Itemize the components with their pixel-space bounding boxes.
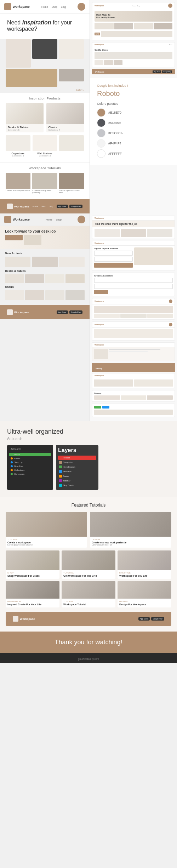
featured-card-2: Design Create markup work perfectly Lore… (90, 512, 171, 548)
organized-title: Ultra-well organized (7, 428, 170, 435)
sale-badge: 50% (95, 33, 100, 35)
google-play-badge[interactable]: Google Play (69, 205, 82, 208)
layer-hero[interactable]: Hero Section (58, 465, 96, 469)
layer-nav[interactable]: Navigation (58, 460, 96, 464)
tut-img-5 (118, 550, 171, 570)
nav-blog[interactable]: Blog (61, 6, 66, 8)
mini-logo-2: Workspace (95, 44, 104, 46)
desk-2 (25, 274, 44, 283)
sp3-content (94, 349, 173, 359)
chair-1 (5, 290, 24, 300)
tut-card-8: Design Design For Workspace (118, 581, 171, 607)
footer-nav-shop[interactable]: Shop (41, 205, 46, 207)
signin-email[interactable] (94, 251, 133, 256)
sp6-badge-2 (102, 406, 109, 409)
footer-bar-3: Workspace App Store Google Play (6, 612, 171, 626)
small-page-3: Workspace (92, 342, 175, 361)
organized-section: Ultra-well organized Artboards Artboards… (0, 421, 177, 497)
mosaic-img-4 (6, 69, 57, 87)
small-page-6 (92, 404, 175, 417)
tut-name-3: Shop Workspace For Glass (7, 575, 58, 577)
sp1-logo: Workspace (95, 300, 104, 302)
ab-footer[interactable]: Footer (9, 457, 51, 460)
footer-logo: Workspace (7, 204, 29, 209)
sp3-line1 (109, 349, 160, 350)
tut-tag-8: Design (119, 600, 170, 603)
featured-img-2 (90, 512, 171, 537)
mini-img-2 (114, 23, 133, 29)
nav-shop[interactable]: Shop (52, 6, 57, 8)
footer-nav-home[interactable]: Home (33, 205, 38, 207)
mini-appstore: App Store (153, 70, 161, 73)
app-store-badge-2[interactable]: App Store (57, 310, 68, 314)
tut-name-4: Get Workspace For The Grid (63, 575, 114, 577)
app-store-badge-3[interactable]: App Store (138, 617, 150, 621)
signin-btn[interactable] (94, 263, 133, 268)
ab-comments-label: Comments (14, 473, 24, 475)
layer-footer-label: Footer (63, 475, 69, 477)
featured-section: Featured Tutorials Tutorial Create a wor… (0, 497, 177, 632)
mockup2-nav-2[interactable]: Shop (56, 218, 62, 221)
thankyou-section: Thank you for watching! (0, 632, 177, 653)
layer-products[interactable]: Products (58, 469, 96, 474)
sale-row: 50% (95, 31, 172, 37)
product-chairs-count: Collection: 4 (48, 129, 82, 131)
new-arrivals-grid (5, 257, 85, 267)
small-page-2: Workspace (92, 321, 175, 341)
signup-btn[interactable] (94, 290, 108, 294)
gallery-link[interactable]: Gallery › (0, 88, 90, 93)
mockup2-nav: Home Shop (46, 218, 62, 221)
layer-header[interactable]: Header (58, 456, 96, 460)
sp3-line2 (109, 351, 148, 352)
ab-home[interactable]: Home (9, 453, 51, 456)
ab-collections[interactable]: Collections (9, 468, 51, 472)
featured-text-2: Design Create markup work perfectly Lore… (90, 537, 171, 548)
footer-bar-2: Workspace App Store Google Play (0, 305, 90, 319)
nav-home[interactable]: Home (41, 6, 48, 8)
footer-nav: Home Shop Blog (33, 205, 53, 207)
sp5-grid (94, 395, 173, 400)
mockup2-cta-btn[interactable] (5, 235, 23, 240)
sp4-body (92, 378, 175, 388)
mockup2-hero: Look forward to your desk job (0, 226, 90, 249)
avatar (78, 3, 85, 11)
ab-blog-label: Blog Post (14, 465, 23, 467)
layer-sidebar[interactable]: Sidebar (58, 479, 96, 483)
mini-nav-1: Home Shop (132, 5, 140, 7)
create-account-title: Create an account (94, 275, 173, 277)
sp1-grid (94, 314, 173, 318)
create-name[interactable] (94, 278, 173, 283)
mini-footer-logo: Workspace (95, 71, 104, 73)
ab-comments[interactable]: Comments (9, 472, 51, 476)
mockup2-nav-1[interactable]: Home (46, 218, 52, 221)
product-wallshelves-count: Collection: 3 (33, 155, 57, 157)
mini-page-desk: Workspace Home Shop Desk Made ToPractica… (92, 2, 175, 40)
google-play-badge-3[interactable]: Google Play (151, 617, 164, 621)
signin-pass[interactable] (94, 257, 133, 262)
sp2-avatar (169, 323, 172, 326)
product-extra (59, 135, 84, 157)
create-email[interactable] (94, 284, 173, 289)
app-store-badge[interactable]: App Store (57, 205, 68, 208)
ab-shop[interactable]: Shop Up (9, 461, 51, 464)
color-swatch-1 (97, 108, 105, 117)
featured-title: Featured Tutorials (6, 503, 171, 508)
footer-logo-text-3: Workspace (20, 617, 35, 621)
mosaic-img-5 (59, 69, 84, 81)
google-play-badge-2[interactable]: Google Play (69, 310, 82, 314)
footer-nav-blog[interactable]: Blog (49, 205, 53, 207)
mini-gorilla: Gorilla Glass (95, 49, 172, 51)
logo-text: Workspace (13, 5, 30, 8)
layer-footer[interactable]: Footer (58, 474, 96, 478)
signin-logo: Workspace (95, 242, 104, 244)
product-organizers-img (6, 135, 30, 151)
layer-blog[interactable]: Blog Cards (58, 483, 96, 487)
featured-name-2: Create markup work perfectly (92, 541, 170, 544)
chair-finder-grid (95, 229, 172, 237)
ab-blog-dot (11, 465, 13, 467)
footer-bar: Workspace Home Shop Blog App Store Googl… (0, 199, 90, 213)
ab-blog[interactable]: Blog Post (9, 464, 51, 468)
signin-img (134, 247, 173, 265)
layers-panel: Layers Header Navigation Hero Section Pr… (56, 445, 98, 490)
tut-tag-3: Shop (7, 572, 58, 574)
